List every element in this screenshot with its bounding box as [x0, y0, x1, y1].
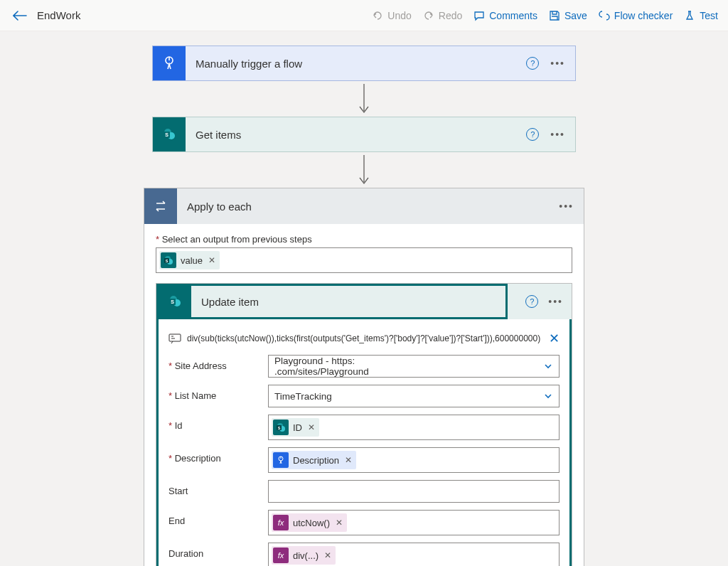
svg-text:S: S	[165, 132, 168, 137]
duration-fx-token[interactable]: fx div(...) ✕	[272, 546, 336, 565]
svg-text:S: S	[171, 299, 174, 304]
help-icon[interactable]: ?	[526, 57, 539, 70]
sharepoint-icon: S	[159, 286, 191, 317]
redo-button[interactable]: Redo	[423, 10, 462, 21]
update-item-card: S Update item ? ••• div(sub(ticks(utcNow…	[156, 283, 572, 566]
sharepoint-icon: S	[273, 420, 289, 435]
expression-peek: div(sub(ticks(utcNow()),ticks(first(outp…	[168, 328, 560, 355]
flow-checker-icon	[599, 10, 610, 21]
flow-checker-button[interactable]: Flow checker	[599, 10, 673, 21]
site-address-label: * Site Address	[168, 355, 268, 371]
select-output-field[interactable]: S value ✕	[156, 247, 572, 273]
redo-icon	[423, 10, 434, 21]
remove-token-icon[interactable]: ✕	[334, 518, 344, 528]
chevron-down-icon	[543, 391, 553, 401]
id-token-label: ID	[293, 422, 302, 433]
trigger-icon	[153, 46, 186, 80]
site-address-combo[interactable]: Playground - https:.com/sites/Playground	[268, 355, 560, 378]
back-button[interactable]	[10, 6, 30, 26]
undo-label: Undo	[387, 10, 411, 21]
close-peek-icon[interactable]: ✕	[549, 331, 560, 346]
test-label: Test	[700, 10, 718, 21]
expression-icon	[168, 333, 181, 343]
help-icon[interactable]: ?	[526, 128, 539, 141]
duration-token-label: div(...)	[293, 550, 318, 561]
remove-token-icon[interactable]: ✕	[323, 550, 333, 560]
end-field[interactable]: fx utcNow() ✕	[268, 510, 560, 535]
comments-label: Comments	[489, 10, 537, 21]
remove-token-icon[interactable]: ✕	[207, 255, 217, 265]
fx-icon: fx	[273, 515, 289, 530]
sharepoint-icon: S	[153, 117, 186, 151]
trigger-card[interactable]: Manually trigger a flow ? •••	[152, 46, 576, 81]
flow-canvas: Manually trigger a flow ? ••• S Get item…	[0, 31, 728, 566]
get-items-menu[interactable]: •••	[550, 129, 565, 140]
svg-text:S: S	[278, 426, 281, 430]
test-button[interactable]: Test	[684, 10, 718, 21]
svg-rect-13	[169, 334, 181, 341]
description-label: * Description	[168, 447, 268, 464]
value-token[interactable]: S value ✕	[159, 251, 220, 269]
save-button[interactable]: Save	[549, 10, 587, 21]
flow-checker-label: Flow checker	[614, 10, 673, 21]
select-output-label: * Select an output from previous steps	[156, 234, 572, 245]
connector-arrow-icon	[358, 152, 370, 188]
update-item-header[interactable]: S Update item ? •••	[156, 284, 572, 319]
duration-label: Duration	[168, 543, 268, 559]
undo-button[interactable]: Undo	[372, 10, 411, 21]
duration-field[interactable]: fx div(...) ✕	[268, 543, 560, 566]
svg-text:S: S	[166, 259, 168, 263]
start-label: Start	[168, 480, 268, 496]
chevron-down-icon	[543, 361, 553, 371]
list-name-label: * List Name	[168, 385, 268, 401]
apply-to-each-header[interactable]: Apply to each •••	[144, 188, 584, 224]
fx-icon: fx	[273, 548, 289, 563]
get-items-card[interactable]: S Get items ? •••	[152, 117, 576, 152]
id-token[interactable]: S ID ✕	[272, 418, 319, 437]
trigger-menu[interactable]: •••	[550, 58, 565, 69]
test-icon	[684, 10, 695, 21]
start-field[interactable]	[268, 480, 560, 503]
apply-to-each-title: Apply to each	[177, 201, 559, 213]
remove-token-icon[interactable]: ✕	[306, 422, 316, 432]
comments-button[interactable]: Comments	[473, 10, 537, 21]
list-name-combo[interactable]: TimeTracking	[268, 385, 560, 407]
flow-name: EndWork	[37, 9, 80, 21]
save-label: Save	[564, 10, 587, 21]
end-token-label: utcNow()	[293, 518, 330, 528]
update-item-menu[interactable]: •••	[548, 296, 563, 307]
remove-token-icon[interactable]: ✕	[343, 455, 353, 465]
description-token[interactable]: Description ✕	[272, 451, 356, 469]
update-item-title: Update item	[191, 296, 505, 308]
comments-icon	[473, 10, 485, 21]
undo-icon	[372, 10, 383, 21]
apply-to-each-menu[interactable]: •••	[559, 201, 574, 212]
loop-icon	[144, 188, 177, 224]
redo-label: Redo	[439, 10, 462, 21]
expression-text: div(sub(ticks(utcNow()),ticks(first(outp…	[187, 333, 540, 343]
end-fx-token[interactable]: fx utcNow() ✕	[272, 513, 347, 532]
get-items-title: Get items	[186, 129, 526, 141]
apply-to-each-card: Apply to each ••• * Select an output fro…	[144, 188, 584, 566]
save-icon	[549, 10, 560, 21]
help-icon[interactable]: ?	[525, 295, 538, 308]
trigger-icon	[273, 452, 289, 468]
top-bar: EndWork Undo Redo Comments Save Flow che…	[0, 0, 728, 31]
top-actions: Undo Redo Comments Save Flow checker Tes…	[372, 10, 718, 21]
description-field[interactable]: Description ✕	[268, 447, 560, 473]
id-field[interactable]: S ID ✕	[268, 415, 560, 440]
description-token-label: Description	[293, 455, 339, 466]
trigger-title: Manually trigger a flow	[186, 58, 526, 70]
id-label: * Id	[168, 415, 268, 431]
connector-arrow-icon	[358, 81, 370, 117]
sharepoint-icon: S	[161, 252, 176, 268]
value-token-label: value	[181, 255, 203, 266]
end-label: End	[168, 510, 268, 526]
